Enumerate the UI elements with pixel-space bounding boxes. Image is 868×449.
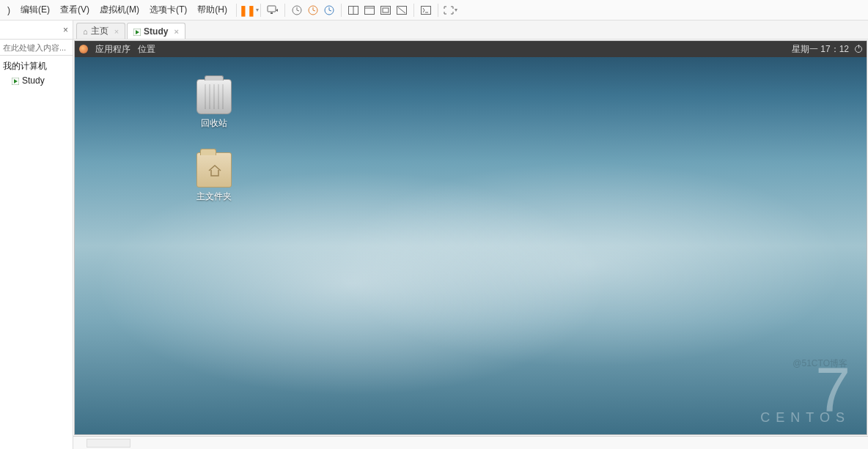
desktop-icon-home[interactable]: 主文件夹 bbox=[185, 152, 243, 203]
separator bbox=[438, 4, 438, 17]
folder-icon bbox=[196, 152, 232, 188]
pause-icon: ❚❚ bbox=[239, 4, 255, 16]
library-tree: 我的计算机 Study bbox=[0, 56, 73, 90]
fullscreen-button[interactable]: ▾ bbox=[443, 3, 457, 18]
guest-places-menu[interactable]: 位置 bbox=[138, 43, 155, 56]
sidebar-header: × bbox=[0, 21, 73, 40]
menu-tabs[interactable]: 选项卡(T) bbox=[145, 1, 191, 19]
svg-rect-10 bbox=[383, 8, 389, 12]
tab-home[interactable]: ⌂ 主页 × bbox=[76, 23, 125, 39]
snapshot-revert-button[interactable] bbox=[306, 3, 320, 18]
close-sidebar-button[interactable]: × bbox=[59, 25, 73, 35]
svg-rect-9 bbox=[381, 6, 391, 14]
chevron-down-icon: ▾ bbox=[256, 7, 259, 13]
view-fullscreen-toggle-button[interactable] bbox=[394, 3, 409, 18]
menu-help[interactable]: 帮助(H) bbox=[193, 1, 232, 19]
console-button[interactable] bbox=[419, 3, 433, 18]
svg-rect-13 bbox=[422, 6, 431, 14]
terminal-icon bbox=[421, 6, 431, 15]
desktop-icon-trash[interactable]: 回收站 bbox=[185, 79, 243, 130]
expand-icon bbox=[444, 6, 454, 15]
separator bbox=[260, 4, 261, 17]
main-area: ⌂ 主页 × Study × 应用程序 位置 星期一 17：12 bbox=[73, 21, 868, 449]
separator bbox=[341, 4, 342, 17]
menu-vm[interactable]: 虚拟机(M) bbox=[95, 1, 144, 19]
send-ctrl-alt-del-button[interactable] bbox=[265, 3, 280, 18]
fullscreen-exit-icon bbox=[397, 6, 407, 15]
library-sidebar: × ▾ 我的计算机 Study bbox=[0, 21, 73, 449]
gnome-activities-icon bbox=[79, 45, 88, 53]
host-menubar: ) 编辑(E) 查看(V) 虚拟机(M) 选项卡(T) 帮助(H) ❚❚▾ ▾ bbox=[0, 0, 868, 21]
separator bbox=[413, 4, 414, 17]
clock-revert-icon bbox=[308, 5, 318, 15]
vm-running-icon bbox=[133, 28, 141, 35]
svg-rect-7 bbox=[365, 6, 375, 14]
snapshot-button[interactable] bbox=[290, 3, 304, 18]
desktop-icon-home-label: 主文件夹 bbox=[185, 190, 243, 203]
tab-home-close[interactable]: × bbox=[114, 27, 119, 36]
guest-top-bar: 应用程序 位置 星期一 17：12 bbox=[75, 41, 867, 57]
window-icon bbox=[364, 6, 375, 15]
svg-line-12 bbox=[398, 7, 405, 13]
tree-vm-label: Study bbox=[22, 75, 45, 86]
host-status-bar bbox=[73, 436, 868, 449]
separator bbox=[236, 4, 237, 17]
trash-icon bbox=[196, 79, 232, 114]
power-icon[interactable] bbox=[855, 45, 862, 53]
guest-clock[interactable]: 星期一 17：12 bbox=[792, 43, 849, 56]
centos-version: 7 bbox=[760, 364, 850, 415]
centos-watermark: 7 CENTOS bbox=[760, 364, 850, 426]
sidebar-search-row: ▾ bbox=[0, 40, 73, 56]
view-unity-button[interactable] bbox=[378, 3, 393, 18]
centos-brand: CENTOS bbox=[760, 410, 850, 426]
tree-vm-study[interactable]: Study bbox=[1, 74, 71, 87]
guest-desktop[interactable]: 回收站 主文件夹 @51CTO博客 7 CENTOS bbox=[75, 57, 867, 434]
status-slot bbox=[87, 439, 130, 448]
tab-bar: ⌂ 主页 × Study × bbox=[73, 21, 868, 40]
tab-study[interactable]: Study × bbox=[127, 23, 185, 39]
tab-study-close[interactable]: × bbox=[174, 27, 178, 36]
pause-button[interactable]: ❚❚▾ bbox=[241, 3, 256, 18]
view-console-button[interactable] bbox=[346, 3, 361, 18]
tab-home-label: 主页 bbox=[91, 25, 108, 37]
guest-applications-menu[interactable]: 应用程序 bbox=[95, 43, 130, 56]
tab-study-label: Study bbox=[144, 26, 168, 37]
home-icon: ⌂ bbox=[83, 27, 88, 36]
monitor-icon bbox=[267, 5, 279, 15]
tree-root-my-computer[interactable]: 我的计算机 bbox=[1, 59, 71, 74]
vm-console: 应用程序 位置 星期一 17：12 回收站 主文件夹 bbox=[74, 40, 867, 435]
clock-icon bbox=[292, 5, 302, 15]
home-glyph-icon bbox=[207, 163, 222, 178]
desktop-icon-trash-label: 回收站 bbox=[185, 117, 243, 130]
view-single-button[interactable] bbox=[362, 3, 377, 18]
snapshot-manager-button[interactable] bbox=[322, 3, 336, 18]
split-vertical-icon bbox=[348, 6, 358, 15]
menu-edit[interactable]: 编辑(E) bbox=[16, 1, 54, 19]
separator bbox=[284, 4, 285, 17]
unity-icon bbox=[380, 6, 391, 15]
chevron-down-icon: ▾ bbox=[455, 7, 457, 13]
menu-partial[interactable]: ) bbox=[3, 2, 15, 18]
vm-running-icon bbox=[12, 77, 19, 84]
svg-rect-0 bbox=[268, 6, 276, 12]
svg-rect-1 bbox=[271, 12, 273, 14]
clock-manage-icon bbox=[324, 5, 334, 15]
menu-view[interactable]: 查看(V) bbox=[56, 1, 94, 19]
